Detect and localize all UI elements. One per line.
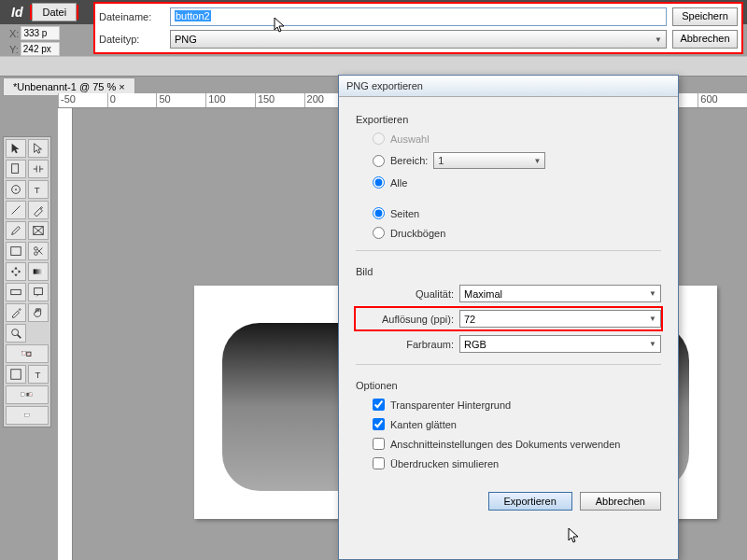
selection-tool-icon[interactable] (6, 139, 26, 158)
note-tool-icon[interactable] (28, 283, 49, 301)
resolution-label: Auflösung (ppi): (356, 314, 454, 325)
overprint-checkbox[interactable]: Überdrucken simulieren (356, 455, 661, 471)
x-coord-input[interactable] (21, 26, 60, 40)
y-coord-input[interactable] (21, 42, 60, 56)
pages-radio[interactable]: Seiten (356, 205, 661, 221)
format-container-icon[interactable] (6, 365, 26, 384)
svg-point-2 (15, 189, 17, 190)
antialias-checkbox[interactable]: Kanten glätten (356, 416, 661, 432)
resolution-dropdown[interactable]: 72▼ (459, 310, 661, 328)
svg-text:T: T (35, 370, 41, 380)
svg-rect-13 (34, 269, 44, 273)
save-dialog-bar: Dateiname: button2 Speichern Dateityp: P… (93, 2, 743, 54)
transparent-bg-checkbox[interactable]: Transparenter Hintergrund (356, 397, 661, 413)
filename-input[interactable]: button2 (170, 7, 667, 26)
coordinate-panel: X: Y: (9, 26, 60, 56)
export-selection-radio: Auswahl (356, 131, 661, 147)
options-section-label: Optionen (356, 380, 661, 391)
resolution-row-highlighted: Auflösung (ppi): 72▼ (354, 306, 663, 331)
chevron-down-icon: ▼ (649, 315, 656, 323)
line-tool-icon[interactable] (6, 201, 26, 219)
export-button[interactable]: Exportieren (488, 492, 572, 511)
zoom-tool-icon[interactable] (6, 324, 26, 343)
chevron-down-icon: ▼ (655, 35, 662, 44)
svg-rect-22 (11, 370, 21, 380)
export-all-radio[interactable]: Alle (356, 175, 661, 190)
dialog-cancel-button[interactable]: Abbrechen (580, 492, 661, 511)
svg-rect-28 (25, 413, 30, 417)
svg-point-10 (35, 252, 38, 256)
rectangle-frame-tool-icon[interactable] (28, 221, 49, 240)
svg-rect-15 (35, 288, 43, 295)
cancel-button[interactable]: Abbrechen (672, 30, 738, 49)
svg-line-4 (12, 206, 21, 215)
colorspace-label: Farbraum: (356, 339, 454, 350)
svg-rect-25 (25, 393, 29, 397)
vertical-ruler (58, 108, 73, 560)
svg-rect-24 (21, 393, 25, 397)
transform-tool-icon[interactable] (6, 262, 26, 281)
svg-rect-14 (11, 289, 21, 294)
gradient-feather-tool-icon[interactable] (6, 283, 26, 301)
dialog-title: PNG exportieren (339, 76, 678, 97)
pen-tool-icon[interactable] (28, 201, 49, 219)
range-dropdown[interactable]: 1▼ (433, 152, 545, 169)
svg-rect-0 (12, 164, 19, 174)
type-tool-icon[interactable]: T (28, 180, 49, 199)
svg-line-17 (18, 335, 21, 339)
direct-select-tool-icon[interactable] (28, 139, 49, 158)
filename-label: Dateiname: (99, 11, 164, 22)
secondary-toolbar (0, 56, 747, 77)
svg-line-21 (27, 352, 31, 356)
rectangle-tool-icon[interactable] (6, 242, 26, 260)
filetype-label: Dateityp: (99, 34, 164, 45)
bleed-checkbox[interactable]: Anschnitteinstellungen des Dokuments ver… (356, 436, 661, 452)
svg-rect-8 (11, 247, 21, 256)
pencil-tool-icon[interactable] (6, 221, 26, 240)
gradient-tool-icon[interactable] (28, 262, 49, 281)
app-logo: Id (4, 5, 30, 20)
fill-stroke-icon[interactable] (6, 344, 49, 363)
chevron-down-icon: ▼ (649, 340, 656, 348)
scissors-tool-icon[interactable] (28, 242, 49, 260)
view-mode-icon[interactable] (6, 406, 49, 425)
export-range-radio[interactable]: Bereich:1▼ (356, 150, 661, 171)
quality-dropdown[interactable]: Maximal▼ (459, 285, 661, 302)
png-export-dialog: PNG exportieren Exportieren Auswahl Bere… (338, 75, 679, 560)
tool-palette: T T (3, 136, 51, 427)
svg-point-16 (12, 329, 19, 336)
filetype-dropdown[interactable]: PNG▼ (170, 30, 667, 49)
export-section-label: Exportieren (356, 114, 661, 125)
content-tool-icon[interactable] (6, 180, 26, 199)
apply-color-icon[interactable] (6, 385, 49, 404)
svg-point-9 (35, 247, 38, 251)
eyedropper-tool-icon[interactable] (6, 303, 26, 322)
hand-tool-icon[interactable] (28, 303, 49, 322)
spreads-radio[interactable]: Druckbögen (356, 225, 661, 241)
chevron-down-icon: ▼ (533, 157, 541, 165)
save-button[interactable]: Speichern (672, 7, 738, 26)
image-section-label: Bild (356, 266, 661, 277)
page-tool-icon[interactable] (6, 160, 26, 178)
colorspace-dropdown[interactable]: RGB▼ (459, 335, 661, 353)
format-text-icon[interactable]: T (28, 365, 49, 384)
menu-file[interactable]: Datei (32, 3, 77, 21)
gap-tool-icon[interactable] (28, 160, 49, 178)
svg-text:T: T (35, 185, 40, 195)
chevron-down-icon: ▼ (649, 289, 656, 298)
quality-label: Qualität: (356, 288, 454, 300)
